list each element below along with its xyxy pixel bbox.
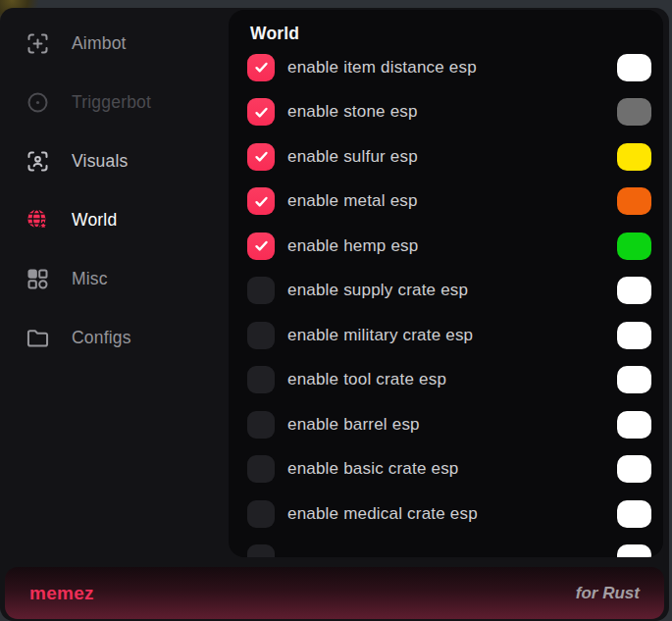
esp-row-label: enable stone esp: [287, 102, 617, 122]
esp-row-enable-item-distance-esp[interactable]: enable item distance esp: [229, 45, 663, 90]
sidebar-item-visuals[interactable]: Visuals: [0, 131, 229, 190]
color-swatch-enable-item-distance-esp[interactable]: [617, 54, 651, 81]
esp-row-enable-medical-crate-esp[interactable]: enable medical crate esp: [229, 492, 663, 537]
esp-checkbox-enable-item-distance-esp[interactable]: [247, 54, 275, 81]
esp-row-enable-metal-esp[interactable]: enable metal esp: [229, 180, 663, 225]
sidebar-item-label: Configs: [72, 328, 131, 348]
sidebar-item-aimbot[interactable]: Aimbot: [0, 14, 229, 73]
esp-checkbox-enable-hemp-esp[interactable]: [247, 233, 275, 260]
color-swatch-enable-metal-esp[interactable]: [617, 187, 651, 215]
color-swatch-enable-military-crate-esp[interactable]: [617, 322, 651, 349]
esp-row-label: enable item distance esp: [287, 58, 617, 78]
color-swatch-partial[interactable]: [617, 544, 651, 557]
esp-row-partial[interactable]: [229, 537, 663, 558]
brand-label: memez: [29, 583, 94, 604]
color-swatch-enable-barrel-esp[interactable]: [617, 411, 651, 439]
sidebar-item-configs[interactable]: Configs: [0, 308, 229, 367]
scan-person-icon: [25, 148, 51, 175]
esp-checkbox-enable-military-crate-esp[interactable]: [247, 322, 275, 349]
target-icon: [25, 89, 51, 116]
color-swatch-enable-medical-crate-esp[interactable]: [617, 500, 651, 528]
checkmark-icon: [253, 59, 270, 76]
esp-checkbox-enable-sulfur-esp[interactable]: [247, 143, 275, 171]
world-panel: World enable item distance esp enable st…: [229, 10, 663, 557]
footer-bar: memez for Rust: [5, 567, 664, 619]
sidebar-item-label: Visuals: [72, 151, 129, 172]
esp-checkbox-enable-metal-esp[interactable]: [247, 187, 275, 215]
globe-icon: [25, 207, 51, 233]
esp-row-label: enable barrel esp: [287, 415, 617, 435]
esp-row-label: enable military crate esp: [287, 326, 617, 345]
sidebar-item-misc[interactable]: Misc: [0, 249, 229, 308]
esp-row-label: enable medical crate esp: [287, 504, 617, 524]
esp-row-label: enable sulfur esp: [287, 147, 617, 167]
esp-row-label: enable tool crate esp: [287, 370, 617, 389]
color-swatch-enable-tool-crate-esp[interactable]: [617, 366, 651, 393]
checkmark-icon: [253, 193, 270, 210]
esp-row-enable-hemp-esp[interactable]: enable hemp esp: [229, 224, 663, 269]
sidebar-item-label: Triggerbot: [72, 92, 151, 113]
color-swatch-enable-sulfur-esp[interactable]: [617, 143, 651, 171]
esp-row-enable-barrel-esp[interactable]: enable barrel esp: [229, 402, 663, 447]
esp-checkbox-partial[interactable]: [247, 544, 275, 557]
sidebar-item-world[interactable]: World: [0, 190, 229, 249]
cheat-menu-window: Aimbot Triggerbot Visuals World Misc Con…: [0, 8, 669, 621]
color-swatch-enable-stone-esp[interactable]: [617, 98, 651, 126]
esp-checkbox-enable-tool-crate-esp[interactable]: [247, 366, 275, 393]
color-swatch-enable-basic-crate-esp[interactable]: [617, 455, 651, 483]
color-swatch-enable-supply-crate-esp[interactable]: [617, 277, 651, 304]
sidebar-item-triggerbot[interactable]: Triggerbot: [0, 73, 229, 131]
checkmark-icon: [253, 148, 270, 165]
esp-options-list: enable item distance esp enable stone es…: [229, 45, 663, 557]
sidebar-item-label: World: [72, 210, 117, 231]
esp-row-enable-basic-crate-esp[interactable]: enable basic crate esp: [229, 447, 663, 492]
esp-checkbox-enable-stone-esp[interactable]: [247, 98, 275, 126]
esp-checkbox-enable-barrel-esp[interactable]: [247, 411, 275, 439]
tagline-label: for Rust: [576, 584, 640, 603]
checkmark-icon: [253, 237, 270, 254]
esp-checkbox-enable-medical-crate-esp[interactable]: [247, 500, 275, 528]
panel-title: World: [250, 24, 663, 44]
grid-icon: [25, 266, 51, 292]
sidebar-item-label: Aimbot: [72, 33, 127, 54]
sidebar: Aimbot Triggerbot Visuals World Misc Con…: [0, 8, 229, 563]
color-swatch-enable-hemp-esp[interactable]: [617, 233, 651, 260]
crosshair-icon: [25, 30, 51, 57]
esp-row-label: enable basic crate esp: [287, 459, 617, 479]
esp-row-enable-stone-esp[interactable]: enable stone esp: [229, 90, 663, 135]
esp-row-enable-supply-crate-esp[interactable]: enable supply crate esp: [229, 269, 663, 314]
esp-row-enable-military-crate-esp[interactable]: enable military crate esp: [229, 313, 663, 358]
esp-row-enable-sulfur-esp[interactable]: enable sulfur esp: [229, 134, 663, 180]
esp-row-label: enable hemp esp: [287, 236, 617, 256]
esp-checkbox-enable-supply-crate-esp[interactable]: [247, 277, 275, 304]
esp-row-enable-tool-crate-esp[interactable]: enable tool crate esp: [229, 358, 663, 403]
folder-icon: [25, 325, 51, 351]
esp-checkbox-enable-basic-crate-esp[interactable]: [247, 455, 275, 483]
esp-row-label: enable supply crate esp: [287, 281, 617, 300]
esp-row-label: enable metal esp: [287, 191, 617, 211]
sidebar-item-label: Misc: [72, 269, 108, 289]
checkmark-icon: [253, 104, 270, 121]
